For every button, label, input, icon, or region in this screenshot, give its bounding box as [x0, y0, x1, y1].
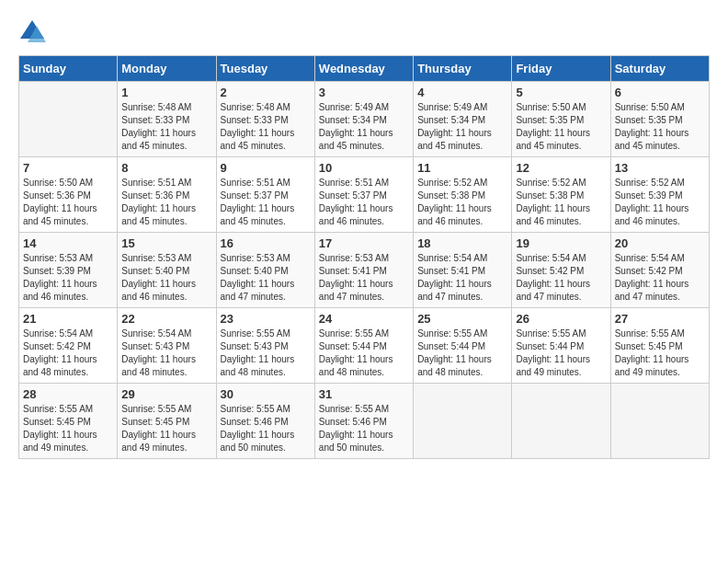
weekday-header-thursday: Thursday [414, 56, 512, 82]
table-cell: 16Sunrise: 5:53 AM Sunset: 5:40 PM Dayli… [216, 233, 314, 308]
header [18, 18, 710, 46]
table-cell: 24Sunrise: 5:55 AM Sunset: 5:44 PM Dayli… [314, 308, 413, 384]
day-info: Sunrise: 5:53 AM Sunset: 5:40 PM Dayligh… [221, 252, 311, 304]
day-info: Sunrise: 5:55 AM Sunset: 5:43 PM Dayligh… [221, 327, 311, 379]
day-info: Sunrise: 5:52 AM Sunset: 5:38 PM Dayligh… [417, 177, 507, 228]
table-cell [610, 384, 709, 459]
day-info: Sunrise: 5:49 AM Sunset: 5:34 PM Dayligh… [417, 101, 507, 153]
day-info: Sunrise: 5:52 AM Sunset: 5:39 PM Dayligh… [615, 177, 705, 228]
day-number: 15 [121, 236, 211, 250]
table-cell: 13Sunrise: 5:52 AM Sunset: 5:39 PM Dayli… [610, 157, 709, 233]
table-cell: 17Sunrise: 5:53 AM Sunset: 5:41 PM Dayli… [314, 233, 413, 308]
day-info: Sunrise: 5:51 AM Sunset: 5:37 PM Dayligh… [319, 177, 409, 228]
day-number: 23 [221, 312, 311, 326]
day-number: 5 [516, 86, 606, 99]
weekday-header-monday: Monday [118, 56, 216, 82]
day-number: 6 [615, 86, 705, 99]
table-cell: 29Sunrise: 5:55 AM Sunset: 5:45 PM Dayli… [118, 384, 216, 459]
day-number: 2 [221, 86, 311, 99]
weekday-header-wednesday: Wednesday [314, 56, 413, 82]
weekday-header-row: SundayMondayTuesdayWednesdayThursdayFrid… [19, 56, 710, 82]
table-cell: 20Sunrise: 5:54 AM Sunset: 5:42 PM Dayli… [610, 233, 709, 308]
day-number: 25 [417, 312, 507, 326]
day-info: Sunrise: 5:48 AM Sunset: 5:33 PM Dayligh… [221, 101, 311, 153]
table-cell: 18Sunrise: 5:54 AM Sunset: 5:41 PM Dayli… [414, 233, 512, 308]
logo [18, 18, 50, 46]
table-cell: 7Sunrise: 5:50 AM Sunset: 5:36 PM Daylig… [19, 157, 118, 233]
day-info: Sunrise: 5:55 AM Sunset: 5:46 PM Dayligh… [221, 403, 311, 454]
day-number: 28 [23, 387, 113, 401]
table-cell: 10Sunrise: 5:51 AM Sunset: 5:37 PM Dayli… [314, 157, 413, 233]
day-number: 17 [319, 236, 409, 250]
table-cell: 15Sunrise: 5:53 AM Sunset: 5:40 PM Dayli… [118, 233, 216, 308]
weekday-header-tuesday: Tuesday [216, 56, 314, 82]
day-info: Sunrise: 5:55 AM Sunset: 5:44 PM Dayligh… [417, 327, 507, 379]
day-number: 10 [319, 161, 409, 175]
table-cell: 2Sunrise: 5:48 AM Sunset: 5:33 PM Daylig… [216, 82, 314, 157]
day-info: Sunrise: 5:50 AM Sunset: 5:35 PM Dayligh… [516, 101, 606, 153]
day-number: 7 [23, 161, 113, 175]
day-number: 22 [121, 312, 211, 326]
day-number: 18 [417, 236, 507, 250]
day-info: Sunrise: 5:49 AM Sunset: 5:34 PM Dayligh… [319, 101, 409, 153]
day-number: 13 [615, 161, 705, 175]
week-row-4: 21Sunrise: 5:54 AM Sunset: 5:42 PM Dayli… [19, 308, 710, 384]
table-cell: 12Sunrise: 5:52 AM Sunset: 5:38 PM Dayli… [512, 157, 610, 233]
day-info: Sunrise: 5:53 AM Sunset: 5:40 PM Dayligh… [121, 252, 211, 304]
week-row-3: 14Sunrise: 5:53 AM Sunset: 5:39 PM Dayli… [19, 233, 710, 308]
day-number: 24 [319, 312, 409, 326]
table-cell: 4Sunrise: 5:49 AM Sunset: 5:34 PM Daylig… [414, 82, 512, 157]
day-number: 30 [221, 387, 311, 401]
table-cell: 14Sunrise: 5:53 AM Sunset: 5:39 PM Dayli… [19, 233, 118, 308]
table-cell: 19Sunrise: 5:54 AM Sunset: 5:42 PM Dayli… [512, 233, 610, 308]
day-info: Sunrise: 5:55 AM Sunset: 5:45 PM Dayligh… [615, 327, 705, 379]
table-cell: 9Sunrise: 5:51 AM Sunset: 5:37 PM Daylig… [216, 157, 314, 233]
day-info: Sunrise: 5:55 AM Sunset: 5:45 PM Dayligh… [121, 403, 211, 454]
table-cell: 28Sunrise: 5:55 AM Sunset: 5:45 PM Dayli… [19, 384, 118, 459]
day-info: Sunrise: 5:52 AM Sunset: 5:38 PM Dayligh… [516, 177, 606, 228]
day-info: Sunrise: 5:54 AM Sunset: 5:41 PM Dayligh… [417, 252, 507, 304]
day-info: Sunrise: 5:51 AM Sunset: 5:37 PM Dayligh… [221, 177, 311, 228]
table-cell [414, 384, 512, 459]
day-info: Sunrise: 5:55 AM Sunset: 5:44 PM Dayligh… [319, 327, 409, 379]
day-number: 1 [121, 86, 211, 99]
day-info: Sunrise: 5:54 AM Sunset: 5:43 PM Dayligh… [121, 327, 211, 379]
week-row-2: 7Sunrise: 5:50 AM Sunset: 5:36 PM Daylig… [19, 157, 710, 233]
day-info: Sunrise: 5:51 AM Sunset: 5:36 PM Dayligh… [121, 177, 211, 228]
day-info: Sunrise: 5:48 AM Sunset: 5:33 PM Dayligh… [121, 101, 211, 153]
day-info: Sunrise: 5:50 AM Sunset: 5:36 PM Dayligh… [23, 177, 113, 228]
day-number: 31 [319, 387, 409, 401]
table-cell: 30Sunrise: 5:55 AM Sunset: 5:46 PM Dayli… [216, 384, 314, 459]
day-info: Sunrise: 5:55 AM Sunset: 5:45 PM Dayligh… [23, 403, 113, 454]
weekday-header-sunday: Sunday [19, 56, 118, 82]
day-number: 3 [319, 86, 409, 99]
table-cell: 27Sunrise: 5:55 AM Sunset: 5:45 PM Dayli… [610, 308, 709, 384]
day-number: 9 [221, 161, 311, 175]
table-cell: 23Sunrise: 5:55 AM Sunset: 5:43 PM Dayli… [216, 308, 314, 384]
day-info: Sunrise: 5:54 AM Sunset: 5:42 PM Dayligh… [516, 252, 606, 304]
table-cell: 3Sunrise: 5:49 AM Sunset: 5:34 PM Daylig… [314, 82, 413, 157]
table-cell: 22Sunrise: 5:54 AM Sunset: 5:43 PM Dayli… [118, 308, 216, 384]
day-info: Sunrise: 5:55 AM Sunset: 5:46 PM Dayligh… [319, 403, 409, 454]
table-cell: 31Sunrise: 5:55 AM Sunset: 5:46 PM Dayli… [314, 384, 413, 459]
day-number: 21 [23, 312, 113, 326]
table-cell [512, 384, 610, 459]
day-number: 20 [615, 236, 705, 250]
table-cell: 21Sunrise: 5:54 AM Sunset: 5:42 PM Dayli… [19, 308, 118, 384]
table-cell: 8Sunrise: 5:51 AM Sunset: 5:36 PM Daylig… [118, 157, 216, 233]
day-number: 8 [121, 161, 211, 175]
day-number: 26 [516, 312, 606, 326]
day-number: 29 [121, 387, 211, 401]
weekday-header-friday: Friday [512, 56, 610, 82]
day-number: 11 [417, 161, 507, 175]
day-info: Sunrise: 5:53 AM Sunset: 5:41 PM Dayligh… [319, 252, 409, 304]
day-info: Sunrise: 5:54 AM Sunset: 5:42 PM Dayligh… [615, 252, 705, 304]
table-cell: 26Sunrise: 5:55 AM Sunset: 5:44 PM Dayli… [512, 308, 610, 384]
table-cell [19, 82, 118, 157]
table-cell: 5Sunrise: 5:50 AM Sunset: 5:35 PM Daylig… [512, 82, 610, 157]
day-info: Sunrise: 5:54 AM Sunset: 5:42 PM Dayligh… [23, 327, 113, 379]
day-info: Sunrise: 5:55 AM Sunset: 5:44 PM Dayligh… [516, 327, 606, 379]
day-number: 14 [23, 236, 113, 250]
table-cell: 6Sunrise: 5:50 AM Sunset: 5:35 PM Daylig… [610, 82, 709, 157]
table-cell: 25Sunrise: 5:55 AM Sunset: 5:44 PM Dayli… [414, 308, 512, 384]
